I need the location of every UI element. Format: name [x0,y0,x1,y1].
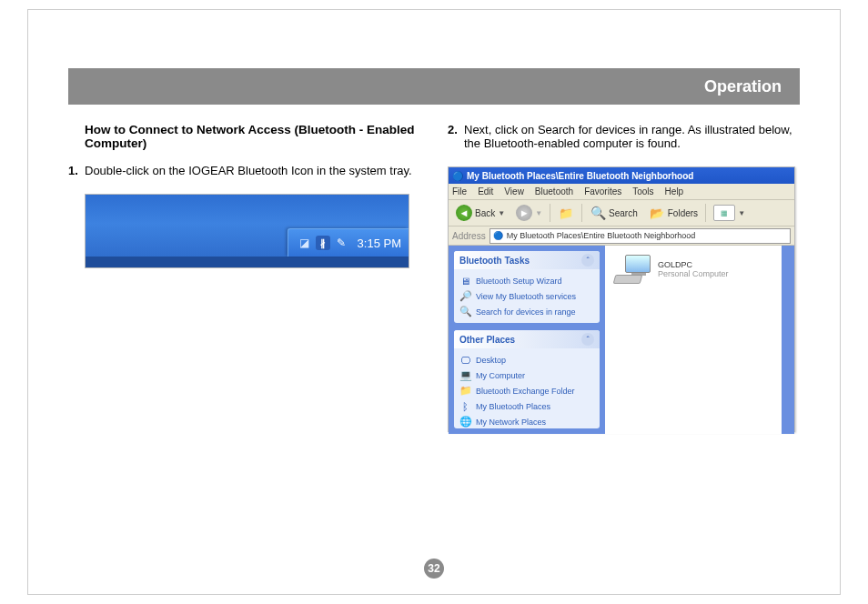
folders-label: Folders [668,208,698,218]
bluetooth-icon: ∦ [316,236,330,250]
address-label: Address [452,231,486,241]
sidebar-link-bluetooth-places[interactable]: ᛒMy Bluetooth Places [459,398,594,414]
link-label: Search for devices in range [476,307,576,317]
back-label: Back [475,208,495,218]
desktop-icon: 🖵 [459,354,471,366]
sidebar-link-my-computer[interactable]: 💻My Computer [459,367,594,383]
device-icon: ✎ [334,236,348,250]
separator [705,204,706,222]
step-number: 2. [448,123,464,150]
menu-file[interactable]: File [452,186,467,196]
network-icon: 🌐 [459,416,471,428]
step-text: Next, click on Search for devices in ran… [464,123,800,150]
device-text: GOLDPC Personal Computer [658,260,729,278]
sidebar-link-search-devices[interactable]: 🔍Search for devices in range [459,304,594,319]
sidebar-link-configuration[interactable]: ☰View or modify configuration [459,319,594,323]
computer-icon [614,255,651,284]
other-places-panel: Other Places ˆ 🖵Desktop 💻My Computer 📁Bl… [454,330,600,428]
back-arrow-icon: ◄ [456,205,472,221]
bluetooth-places-icon: 🔵 [493,230,504,241]
address-value: My Bluetooth Places\Entire Bluetooth Nei… [507,231,696,240]
step-1: 1. Double-click on the IOGEAR Bluetooth … [68,164,420,177]
panel-header[interactable]: Bluetooth Tasks ˆ [454,251,600,269]
folders-icon: 📂 [649,205,665,221]
device-type: Personal Computer [658,269,729,278]
collapse-icon: ˆ [581,254,594,267]
toolbar: ◄ Back ▼ ► ▼ 📁 🔍 Search 📂 [449,200,794,226]
panel-header[interactable]: Other Places ˆ [454,330,600,348]
step-text: Double-click on the IOGEAR Bluetooth Ico… [85,164,420,177]
network-icon: ◪ [298,236,312,250]
link-label: Bluetooth Exchange Folder [476,387,575,396]
forward-arrow-icon: ► [516,205,532,221]
content-pane: GOLDPC Personal Computer [605,246,794,434]
header-title: Operation [704,77,782,96]
header-bar: Operation [68,68,800,105]
chevron-down-icon: ▼ [738,209,745,217]
explorer-screenshot: 🔵 My Bluetooth Places\Entire Bluetooth N… [448,166,795,432]
chevron-down-icon: ▼ [535,209,542,217]
menu-edit[interactable]: Edit [478,186,493,196]
device-name: GOLDPC [658,260,729,269]
menu-tools[interactable]: Tools [632,186,653,196]
menu-view[interactable]: View [504,186,524,196]
link-label: Desktop [476,356,506,365]
up-button[interactable]: 📁 [554,203,578,223]
forward-button[interactable]: ► ▼ [512,203,546,223]
search-devices-icon: 🔍 [459,306,471,317]
views-icon: ▦ [713,205,735,221]
search-label: Search [609,208,638,218]
sidebar-link-desktop[interactable]: 🖵Desktop [459,352,594,367]
sidebar-link-exchange-folder[interactable]: 📁Bluetooth Exchange Folder [459,383,594,398]
menu-bluetooth[interactable]: Bluetooth [535,186,573,196]
clock: 3:15 PM [358,237,401,250]
separator [581,204,582,222]
step-number: 1. [68,164,85,177]
computer-icon: 💻 [459,369,471,381]
sidebar-link-network-places[interactable]: 🌐My Network Places [459,414,594,428]
sidebar-link-setup-wizard[interactable]: 🖥Bluetooth Setup Wizard [459,273,594,288]
views-button[interactable]: ▦ ▼ [710,203,749,223]
search-button[interactable]: 🔍 Search [586,203,641,223]
systray-screenshot: ◪ ∦ ✎ 3:15 PM [85,194,409,268]
window-titlebar: 🔵 My Bluetooth Places\Entire Bluetooth N… [449,167,794,184]
chevron-down-icon: ▼ [498,209,505,217]
section-heading: How to Connect to Network Access (Blueto… [68,123,420,150]
folders-button[interactable]: 📂 Folders [645,203,701,223]
left-column: How to Connect to Network Access (Blueto… [68,123,420,549]
link-label: My Bluetooth Places [476,402,550,411]
bluetooth-icon: ᛒ [459,400,471,412]
panel-title: Other Places [459,335,515,345]
bluetooth-tasks-panel: Bluetooth Tasks ˆ 🖥Bluetooth Setup Wizar… [454,251,600,323]
address-field[interactable]: 🔵 My Bluetooth Places\Entire Bluetooth N… [490,228,791,244]
panel-title: Bluetooth Tasks [459,256,530,266]
folder-icon: 📁 [459,385,471,397]
link-label: Bluetooth Setup Wizard [476,277,562,286]
right-column: 2. Next, click on Search for devices in … [448,123,800,549]
collapse-icon: ˆ [581,333,594,346]
menu-bar: File Edit View Bluetooth Favorites Tools… [449,184,794,200]
sidebar: Bluetooth Tasks ˆ 🖥Bluetooth Setup Wizar… [449,246,605,434]
link-label: View My Bluetooth services [476,292,576,301]
services-icon: 🔎 [459,290,471,302]
wizard-icon: 🖥 [459,275,471,287]
device-item[interactable]: GOLDPC Personal Computer [614,255,772,284]
folder-up-icon: 📁 [558,205,574,221]
separator [550,204,550,222]
back-button[interactable]: ◄ Back ▼ [452,203,509,223]
taskbar: ◪ ∦ ✎ 3:15 PM [288,228,409,257]
bluetooth-places-icon: 🔵 [452,170,463,181]
search-icon: 🔍 [590,205,606,221]
page-number: 32 [424,559,444,579]
config-icon: ☰ [459,321,471,323]
link-label: My Computer [476,371,525,380]
menu-help[interactable]: Help [665,186,684,196]
address-bar: Address 🔵 My Bluetooth Places\Entire Blu… [449,226,794,246]
panel-body: 🖥Bluetooth Setup Wizard 🔎View My Bluetoo… [454,269,600,323]
menu-favorites[interactable]: Favorites [584,186,621,196]
taskbar-shadow [86,257,409,267]
link-label: My Network Places [476,418,546,427]
panel-body: 🖵Desktop 💻My Computer 📁Bluetooth Exchang… [454,348,600,428]
sidebar-link-view-services[interactable]: 🔎View My Bluetooth services [459,288,594,304]
window-title: My Bluetooth Places\Entire Bluetooth Nei… [467,171,693,181]
